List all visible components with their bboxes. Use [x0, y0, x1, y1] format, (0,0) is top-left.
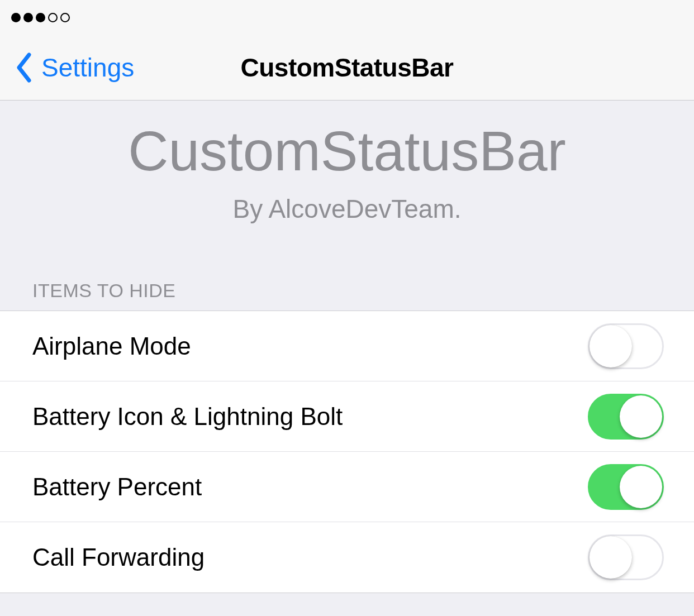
list-item: Battery Icon & Lightning Bolt [0, 381, 694, 452]
page-title: CustomStatusBar [240, 52, 453, 83]
settings-list: Airplane Mode Battery Icon & Lightning B… [0, 311, 694, 593]
toggle-battery-percent[interactable] [588, 464, 664, 510]
signal-dot-icon [23, 13, 33, 22]
status-bar [0, 0, 694, 35]
signal-dot-empty-icon [48, 13, 58, 22]
section-header: Items to hide [0, 235, 694, 311]
toggle-knob [590, 536, 632, 579]
item-label: Battery Percent [32, 473, 202, 501]
app-subtitle: By AlcoveDevTeam. [0, 194, 694, 224]
item-label: Call Forwarding [32, 543, 205, 571]
toggle-knob [590, 325, 632, 367]
list-item: Battery Percent [0, 452, 694, 522]
app-header: CustomStatusBar By AlcoveDevTeam. [0, 101, 694, 235]
toggle-airplane-mode[interactable] [588, 323, 664, 369]
signal-dot-empty-icon [60, 13, 70, 22]
chevron-left-icon [15, 52, 32, 83]
list-item: Airplane Mode [0, 311, 694, 381]
toggle-knob [620, 395, 662, 438]
toggle-battery-icon[interactable] [588, 394, 664, 440]
toggle-call-forwarding[interactable] [588, 534, 664, 580]
back-label: Settings [41, 52, 134, 83]
signal-dot-icon [36, 13, 45, 22]
app-title: CustomStatusBar [0, 122, 694, 180]
item-label: Airplane Mode [32, 332, 191, 360]
nav-bar: Settings CustomStatusBar [0, 35, 694, 101]
toggle-knob [620, 466, 662, 508]
signal-dot-icon [11, 13, 21, 22]
item-label: Battery Icon & Lightning Bolt [32, 403, 343, 431]
back-button[interactable]: Settings [15, 52, 134, 83]
list-item: Call Forwarding [0, 522, 694, 593]
